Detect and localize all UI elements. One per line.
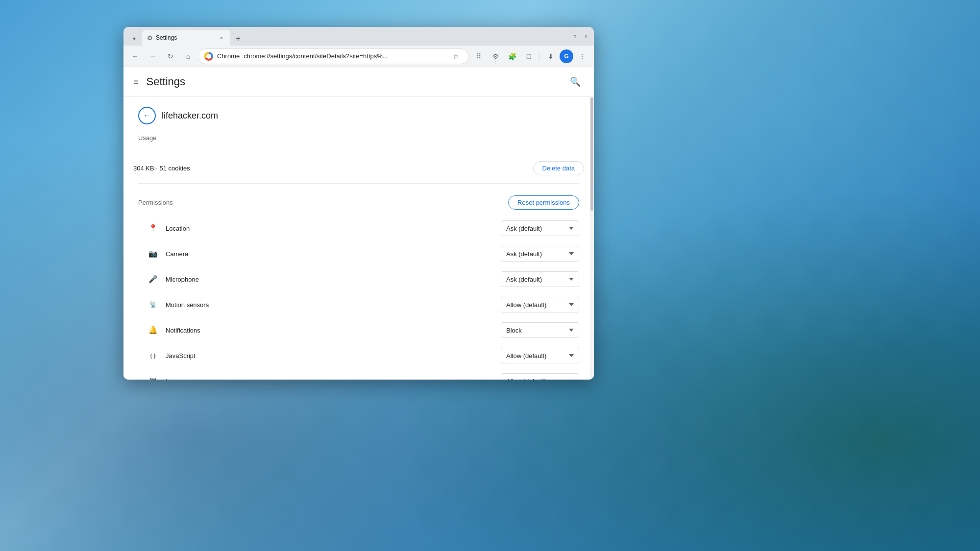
usage-row: 304 KB · 51 cookies Delete data	[123, 157, 594, 179]
window-controls: — □ ×	[559, 32, 590, 40]
maximize-button[interactable]: □	[570, 32, 578, 40]
permission-row-microphone: 🎤 Microphone Ask (default) Allow Block	[123, 266, 594, 292]
camera-label: Camera	[166, 250, 493, 258]
refresh-button[interactable]: ↻	[163, 48, 178, 64]
site-name-label: lifehacker.com	[162, 111, 218, 121]
toolbar-divider	[539, 51, 540, 61]
location-select[interactable]: Ask (default) Allow Block	[501, 220, 579, 236]
notifications-label: Notifications	[166, 327, 493, 334]
javascript-label: JavaScript	[166, 352, 493, 359]
scrollbar-thumb[interactable]	[590, 97, 593, 211]
images-icon: 🖼	[148, 377, 158, 380]
camera-select-wrapper: Ask (default) Allow Block	[501, 246, 579, 262]
microphone-icon: 🎤	[148, 275, 158, 284]
usage-section: Usage	[123, 134, 594, 157]
content-area: ≡ Settings 🔍 ← lifehacker.com Usage 304 …	[123, 67, 594, 380]
camera-select[interactable]: Ask (default) Allow Block	[501, 246, 579, 262]
puzzle-icon[interactable]: 🧩	[504, 48, 520, 64]
permission-row-javascript: { } JavaScript Allow (default) Allow Blo…	[123, 343, 594, 368]
camera-icon: 📷	[148, 249, 158, 258]
settings-page: ≡ Settings 🔍 ← lifehacker.com Usage 304 …	[123, 67, 594, 380]
images-label: Images	[166, 378, 493, 380]
notifications-select[interactable]: Ask (default) Allow Block	[501, 322, 579, 338]
close-button[interactable]: ×	[582, 32, 590, 40]
section-divider	[138, 183, 579, 184]
settings-header: ≡ Settings 🔍	[123, 67, 594, 97]
location-select-wrapper: Ask (default) Allow Block	[501, 220, 579, 236]
menu-icon[interactable]: ⋮	[574, 48, 590, 64]
usage-section-title: Usage	[138, 134, 579, 142]
settings-tab-title: Settings	[156, 34, 215, 41]
permission-row-location: 📍 Location Ask (default) Allow Block	[123, 216, 594, 241]
images-select[interactable]: Allow (default) Allow Block	[501, 373, 579, 380]
permission-row-motion-sensors: 📡 Motion sensors Allow (default) Allow B…	[123, 292, 594, 317]
microphone-select[interactable]: Ask (default) Allow Block	[501, 271, 579, 287]
delete-data-button[interactable]: Delete data	[533, 161, 585, 175]
browser-icon[interactable]: □	[521, 48, 537, 64]
microphone-select-wrapper: Ask (default) Allow Block	[501, 271, 579, 287]
notifications-select-wrapper: Ask (default) Allow Block	[501, 322, 579, 338]
hamburger-menu-icon[interactable]: ≡	[133, 77, 139, 87]
permission-row-images: 🖼 Images Allow (default) Allow Block	[123, 368, 594, 380]
tab-list: ▾ ⚙ Settings × +	[127, 27, 557, 46]
reset-permissions-button[interactable]: Reset permissions	[508, 195, 579, 210]
minimize-button[interactable]: —	[559, 32, 566, 40]
motion-sensors-icon: 📡	[148, 301, 158, 308]
title-bar: ▾ ⚙ Settings × + — □ ×	[123, 27, 594, 46]
tab-dropdown-btn[interactable]: ▾	[127, 32, 141, 46]
permission-row-camera: 📷 Camera Ask (default) Allow Block	[123, 241, 594, 266]
toolbar-icons: ⠿ ⚙ 🧩 □ ⬇ G ⋮	[471, 48, 590, 64]
javascript-select[interactable]: Allow (default) Allow Block	[501, 348, 579, 363]
permissions-title: Permissions	[138, 199, 173, 206]
scrollbar[interactable]	[590, 97, 594, 380]
javascript-icon: { }	[148, 353, 158, 359]
address-text: chrome://settings/content/siteDetails?si…	[244, 52, 445, 60]
chrome-logo-icon	[204, 52, 213, 61]
extensions-stack-icon[interactable]: ⠿	[471, 48, 487, 64]
motion-sensors-select-wrapper: Allow (default) Allow Block	[501, 297, 579, 312]
address-bar[interactable]: Chrome chrome://settings/content/siteDet…	[198, 48, 469, 64]
images-select-wrapper: Allow (default) Allow Block	[501, 373, 579, 380]
forward-button[interactable]: →	[145, 48, 161, 64]
microphone-label: Microphone	[166, 276, 493, 283]
download-icon[interactable]: ⬇	[543, 48, 559, 64]
settings-tab[interactable]: ⚙ Settings ×	[142, 30, 230, 46]
usage-text: 304 KB · 51 cookies	[133, 165, 190, 172]
location-icon: 📍	[148, 224, 158, 233]
settings-icon[interactable]: ⚙	[488, 48, 503, 64]
home-button[interactable]: ⌂	[180, 48, 196, 64]
tab-close-btn[interactable]: ×	[218, 34, 225, 42]
notifications-icon: 🔔	[148, 326, 158, 335]
profile-avatar[interactable]: G	[560, 49, 573, 63]
browser-window: ▾ ⚙ Settings × + — □ × ← → ↻ ⌂ Chrome ch…	[123, 27, 594, 380]
back-to-settings-button[interactable]: ←	[138, 107, 156, 124]
chrome-brand-label: Chrome	[217, 52, 240, 60]
permission-row-notifications: 🔔 Notifications Ask (default) Allow Bloc…	[123, 317, 594, 343]
new-tab-button[interactable]: +	[231, 32, 245, 46]
site-header: ← lifehacker.com	[123, 97, 594, 134]
site-details-panel: ← lifehacker.com Usage 304 KB · 51 cooki…	[123, 97, 594, 380]
javascript-select-wrapper: Allow (default) Allow Block	[501, 348, 579, 363]
location-label: Location	[166, 225, 493, 232]
settings-search-button[interactable]: 🔍	[566, 73, 584, 91]
back-button[interactable]: ←	[127, 48, 143, 64]
permissions-header: Permissions Reset permissions	[123, 188, 594, 216]
settings-page-title: Settings	[147, 75, 186, 88]
motion-sensors-label: Motion sensors	[166, 301, 493, 309]
motion-sensors-select[interactable]: Allow (default) Allow Block	[501, 297, 579, 312]
toolbar: ← → ↻ ⌂ Chrome chrome://settings/content…	[123, 46, 594, 67]
settings-tab-icon: ⚙	[147, 34, 153, 42]
bookmark-button[interactable]: ☆	[449, 49, 463, 63]
